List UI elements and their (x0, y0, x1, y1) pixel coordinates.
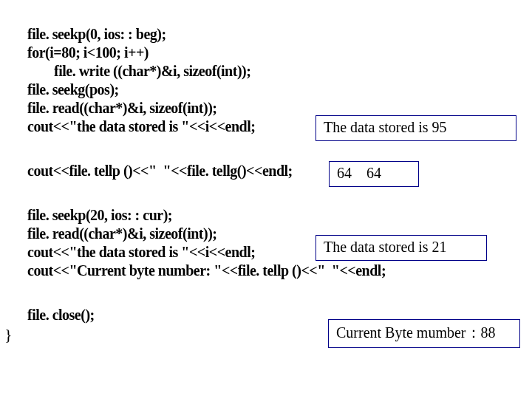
code-line-3: file. write ((char*)&i, sizeof(int)); (27, 63, 250, 80)
code-line-9: file. read((char*)&i, sizeof(int)); (27, 225, 216, 242)
output-box-3: The data stored is 21 (316, 235, 487, 261)
code-line-6: cout<<"the data stored is "<<i<<endl; (27, 118, 255, 135)
code-line-1: file. seekp(0, ios: : beg); (27, 26, 166, 43)
output-box-4: Current Byte mumber：88 (328, 319, 520, 348)
code-line-2: for(i=80; i<100; i++) (27, 44, 149, 61)
code-line-4: file. seekg(pos); (27, 81, 119, 98)
output-box-1: The data stored is 95 (316, 115, 516, 141)
code-line-5: file. read((char*)&i, sizeof(int)); (27, 100, 216, 117)
code-line-12: file. close(); (27, 307, 95, 324)
closing-brace: } (4, 325, 13, 344)
code-line-8: file. seekp(20, ios: : cur); (27, 207, 172, 224)
output-box-2: 64 64 (329, 161, 419, 187)
code-line-7: cout<<file. tellp ()<<" "<<file. tellg()… (27, 163, 293, 180)
code-line-10: cout<<"the data stored is "<<i<<endl; (27, 244, 255, 261)
code-line-11: cout<<"Current byte number: "<<file. tel… (27, 262, 386, 279)
